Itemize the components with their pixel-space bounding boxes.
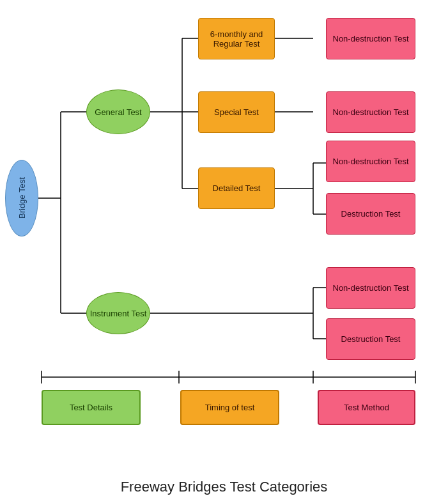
- d3-box: Destruction Test: [326, 193, 415, 235]
- connector-lines: [0, 0, 448, 503]
- nd1-box: Non-destruction Test: [326, 18, 415, 59]
- legend-test-method: Test Method: [318, 390, 415, 425]
- d4-box: Destruction Test: [326, 318, 415, 360]
- special-test-box: Special Test: [198, 91, 275, 133]
- diagram-container: Bridge Test General Test Instrument Test…: [0, 0, 448, 503]
- detailed-test-box: Detailed Test: [198, 167, 275, 209]
- page-title: Freeway Bridges Test Categories: [0, 479, 448, 495]
- general-test-ellipse: General Test: [86, 89, 150, 134]
- nd2-box: Non-destruction Test: [326, 91, 415, 133]
- nd3-box: Non-destruction Test: [326, 141, 415, 182]
- bridge-test-ellipse: Bridge Test: [5, 160, 38, 236]
- nd4-box: Non-destruction Test: [326, 267, 415, 309]
- legend-timing: Timing of test: [180, 390, 279, 425]
- instrument-test-ellipse: Instrument Test: [86, 292, 150, 334]
- monthly-test-box: 6-monthly and Regular Test: [198, 18, 275, 59]
- legend-test-details: Test Details: [42, 390, 141, 425]
